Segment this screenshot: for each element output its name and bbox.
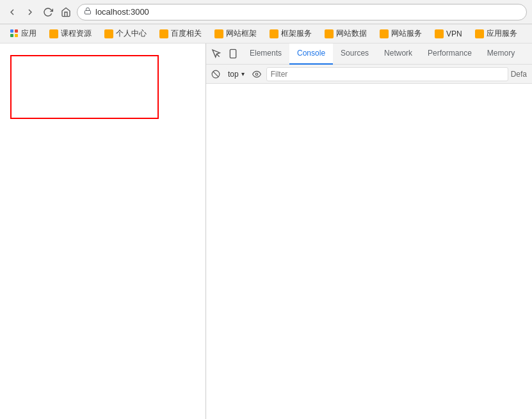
bookmark-baidu-label: 百度相关 [171, 28, 202, 39]
bookmark-web-data-icon [325, 29, 334, 38]
bookmark-web-framework[interactable]: 网站框架 [209, 26, 262, 41]
bookmark-web-framework-label: 网站框架 [226, 28, 257, 39]
bookmark-baidu[interactable]: 百度相关 [154, 26, 207, 41]
devtools-secondary-bar: top ▾ Defa [206, 65, 532, 84]
chevron-down-icon: ▾ [241, 70, 245, 77]
inspect-element-button[interactable] [209, 46, 224, 61]
reload-button[interactable] [41, 5, 55, 19]
filter-input[interactable] [266, 67, 508, 81]
bookmark-vpn-icon [435, 29, 444, 38]
devtools-panel: Elements Console Sources Network Perform… [206, 43, 532, 419]
svg-point-5 [255, 73, 258, 75]
devtools-top-bar: Elements Console Sources Network Perform… [206, 43, 532, 65]
tab-network[interactable]: Network [376, 43, 420, 65]
bookmark-framework-service-icon [270, 29, 278, 38]
address-bar[interactable]: localhost:3000 [77, 4, 527, 20]
nav-bar: localhost:3000 [0, 0, 532, 24]
devtools-tabs: Elements Console Sources Network Perform… [242, 43, 529, 65]
page-content [0, 43, 206, 419]
url-text: localhost:3000 [95, 7, 149, 17]
clear-console-button[interactable] [209, 67, 223, 81]
console-prompt-arrow[interactable]: › [206, 86, 532, 102]
home-button[interactable] [59, 5, 73, 19]
bookmark-course[interactable]: 课程资源 [44, 26, 97, 41]
forward-button[interactable] [23, 5, 37, 19]
tab-sources[interactable]: Sources [333, 43, 376, 65]
browser-window: localhost:3000 应用 课程资源 个人中心 百度相关 [0, 0, 532, 419]
bookmark-web-framework-icon [214, 29, 223, 38]
bookmark-framework-service[interactable]: 框架服务 [264, 26, 317, 41]
bookmark-web-service-icon [380, 29, 389, 38]
bookmark-vpn-label: VPN [446, 29, 462, 38]
context-value: top [228, 70, 239, 79]
bookmark-web-service-label: 网站服务 [391, 28, 422, 39]
bookmark-personal-label: 个人中心 [116, 28, 147, 39]
bookmark-vpn[interactable]: VPN [430, 28, 467, 40]
tab-console[interactable]: Console [289, 43, 333, 65]
svg-rect-0 [85, 11, 91, 15]
svg-rect-1 [230, 49, 236, 58]
tab-performance[interactable]: Performance [420, 43, 480, 65]
bookmark-app-service-label: 应用服务 [487, 28, 517, 39]
bookmark-apps[interactable]: 应用 [5, 26, 42, 41]
context-selector[interactable]: top ▾ [225, 68, 247, 80]
red-border-box [10, 55, 159, 119]
bookmark-web-service[interactable]: 网站服务 [375, 26, 427, 41]
svg-line-4 [213, 71, 218, 76]
bookmarks-bar: 应用 课程资源 个人中心 百度相关 网站框架 框架服务 网站数据 网站服务 [0, 24, 532, 43]
bookmark-personal[interactable]: 个人中心 [99, 26, 152, 41]
bookmark-web-data-label: 网站数据 [336, 28, 367, 39]
eye-button[interactable] [250, 67, 264, 81]
device-mode-button[interactable] [225, 46, 241, 61]
content-area: Elements Console Sources Network Perform… [0, 43, 532, 419]
bookmark-app-service-icon [475, 29, 484, 38]
tab-elements[interactable]: Elements [242, 43, 289, 65]
bookmark-apps-label: 应用 [21, 28, 36, 39]
lock-icon [84, 7, 92, 17]
tab-memory[interactable]: Memory [480, 43, 522, 65]
default-level-label: Defa [511, 70, 529, 79]
bookmark-course-icon [49, 29, 58, 38]
back-button[interactable] [5, 5, 19, 19]
bookmark-baidu-icon [159, 29, 168, 38]
bookmark-course-label: 课程资源 [61, 28, 92, 39]
bookmark-personal-icon [104, 29, 113, 38]
devtools-console-body[interactable]: › [206, 84, 532, 419]
bookmark-app-service[interactable]: 应用服务 [470, 26, 522, 41]
bookmark-web-data[interactable]: 网站数据 [319, 26, 372, 41]
bookmark-framework-service-label: 框架服务 [281, 28, 312, 39]
